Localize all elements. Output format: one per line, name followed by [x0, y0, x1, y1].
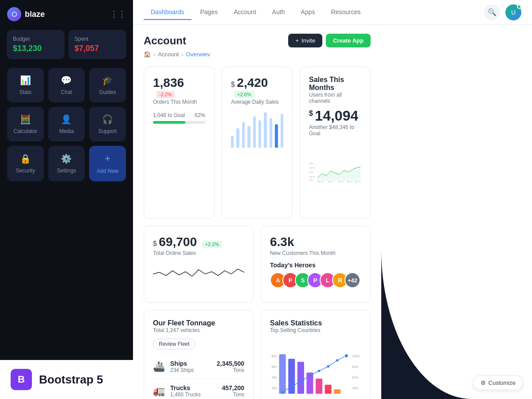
- settings-icon: ⚙️: [61, 153, 72, 164]
- daily-sales-badge: +2.6%: [235, 91, 254, 98]
- svg-text:80%: 80%: [352, 365, 358, 368]
- sales-this-month-card: Sales This Months Users from all channel…: [300, 66, 371, 219]
- daily-prefix: $: [231, 81, 235, 88]
- nav-item-pages[interactable]: Pages: [193, 5, 225, 20]
- bootstrap-icon: B: [11, 369, 32, 390]
- support-icon: 🎧: [102, 114, 113, 125]
- fleet-row: 🚢 Ships 234 Ships 2,345,500 Tons: [153, 355, 244, 379]
- sales-prefix: $: [309, 110, 313, 117]
- content-main: Account + Invite Create App 🏠 › Account …: [133, 25, 381, 399]
- budget-label: Budget: [13, 36, 59, 42]
- bar-item: [253, 116, 256, 148]
- search-button[interactable]: 🔍: [484, 4, 500, 20]
- sidebar-item-add-new[interactable]: + Add New: [89, 146, 126, 181]
- invite-button[interactable]: + Invite: [288, 34, 322, 47]
- progress-fill: [153, 121, 185, 124]
- svg-rect-27: [316, 379, 322, 394]
- sales-title: Sales This Months: [309, 76, 361, 92]
- create-app-button[interactable]: Create App: [326, 34, 371, 47]
- sidebar-item-support[interactable]: 🎧 Support: [89, 107, 126, 141]
- svg-rect-25: [297, 362, 304, 394]
- breadcrumb-home[interactable]: 🏠: [144, 51, 151, 58]
- svg-text:$10K: $10K: [309, 179, 314, 181]
- daily-sales-card: $ 2,420 +2.6% Average Daily Sales: [222, 66, 293, 219]
- new-customers-card: 6.3k New Customers This Month Today's He…: [261, 226, 371, 303]
- right-panel: ⚙ Customize: [381, 25, 532, 399]
- sidebar-item-settings[interactable]: ⚙️ Settings: [48, 146, 85, 181]
- bar-item: [270, 118, 272, 148]
- online-prefix: $: [153, 240, 157, 247]
- nav-item-apps[interactable]: Apps: [294, 5, 322, 20]
- bar-item: [242, 122, 245, 148]
- orders-label: Orders This Month: [153, 99, 205, 105]
- sidebar-item-label: Chat: [61, 89, 72, 95]
- heroes-title: Today's Heroes: [270, 262, 361, 269]
- review-fleet-button[interactable]: Review Fleet: [153, 339, 195, 349]
- budget-row: Budget $13,230 Spent $7,057: [7, 30, 126, 59]
- online-sales-value: 69,700: [159, 235, 197, 249]
- stats-icon: 📊: [20, 75, 31, 86]
- nav-item-auth[interactable]: Auth: [265, 5, 292, 20]
- second-stats-grid: $ 69,700 +2.2% Total Online Sales 6.3k N…: [144, 226, 371, 303]
- heroes-section: Today's Heroes APSPLR+42: [270, 262, 361, 288]
- svg-point-30: [281, 391, 283, 393]
- svg-point-37: [345, 354, 348, 357]
- bootstrap-badge: B Bootstrap 5: [0, 360, 133, 399]
- nav-item-account[interactable]: Account: [227, 5, 263, 20]
- spent-value: $7,057: [74, 44, 120, 53]
- svg-text:$17K: $17K: [309, 171, 314, 173]
- online-sales-badge: +2.2%: [202, 241, 222, 248]
- fleet-rows: 🚢 Ships 234 Ships 2,345,500 Tons 🚛 Truck…: [153, 355, 244, 399]
- sidebar-menu-icon[interactable]: ⋮⋮: [110, 9, 126, 19]
- fleet-title: Our Fleet Tonnage: [153, 319, 244, 327]
- page-actions: + Invite Create App: [288, 34, 371, 47]
- svg-point-32: [300, 380, 302, 383]
- logo-text: blaze: [25, 10, 45, 19]
- svg-point-36: [336, 359, 338, 361]
- nav-item-resources[interactable]: Resources: [324, 5, 368, 20]
- sidebar-item-label: Security: [16, 168, 35, 174]
- fleet-count: 234 Ships: [170, 367, 211, 373]
- sidebar-item-label: Support: [98, 128, 117, 134]
- sidebar-item-label: Settings: [57, 168, 76, 174]
- nav-item-dashboards[interactable]: Dashboards: [144, 5, 192, 20]
- sidebar-item-security[interactable]: 🔒 Security: [7, 146, 44, 181]
- hero-avatar-extra: +42: [344, 272, 360, 288]
- sidebar-item-label: Add New: [97, 168, 118, 174]
- svg-text:Apr 16: Apr 16: [355, 180, 360, 183]
- svg-text:400: 400: [271, 376, 277, 379]
- logo-area: ⬡ blaze: [7, 7, 45, 21]
- svg-text:200: 200: [271, 387, 277, 390]
- heroes-avatars: APSPLR+42: [270, 272, 361, 288]
- orders-card: 1,836 -2.2% Orders This Month 1,048 to G…: [144, 66, 215, 219]
- breadcrumb-account[interactable]: Account: [158, 51, 179, 58]
- svg-text:800: 800: [271, 355, 277, 358]
- progress-section: 1,048 to Goal 62%: [153, 112, 205, 124]
- sidebar-item-stats[interactable]: 📊 Stats: [7, 68, 44, 102]
- daily-sales-value: 2,420: [237, 76, 268, 90]
- customize-button[interactable]: ⚙ Customize: [473, 376, 523, 390]
- spent-label: Spent: [74, 36, 120, 42]
- sidebar-item-media[interactable]: 👤 Media: [48, 107, 85, 141]
- sidebar: ⬡ blaze ⋮⋮ Budget $13,230 Spent $7,057 📊…: [0, 0, 133, 399]
- wave-chart: [153, 256, 244, 292]
- fleet-unit: Tons: [217, 367, 244, 373]
- breadcrumb-overview: Overwiev: [186, 51, 210, 58]
- fleet-subtitle: Total 1,247 vehicles: [153, 327, 244, 333]
- customize-icon: ⚙: [481, 379, 486, 386]
- customers-value: 6.3k: [270, 235, 294, 249]
- security-icon: 🔒: [20, 153, 31, 164]
- user-avatar[interactable]: U: [505, 4, 521, 20]
- top-nav: Dashboards Pages Account Auth Apps Resou…: [133, 0, 532, 25]
- spent-card: Spent $7,057: [69, 30, 126, 59]
- bar-item: [258, 120, 261, 148]
- calculator-icon: 🧮: [20, 114, 31, 125]
- svg-point-31: [290, 385, 293, 387]
- sidebar-item-chat[interactable]: 💬 Chat: [48, 68, 85, 102]
- bar-item: [275, 124, 278, 148]
- bootstrap-text: Bootstrap 5: [39, 373, 103, 387]
- fleet-info: Trucks 1,460 Trucks: [170, 384, 216, 398]
- sales-goal: Another $48,346 to Goal: [309, 124, 361, 137]
- sidebar-item-calculator[interactable]: 🧮 Calculator: [7, 107, 44, 141]
- sidebar-item-guides[interactable]: 🎓 Guides: [89, 68, 126, 102]
